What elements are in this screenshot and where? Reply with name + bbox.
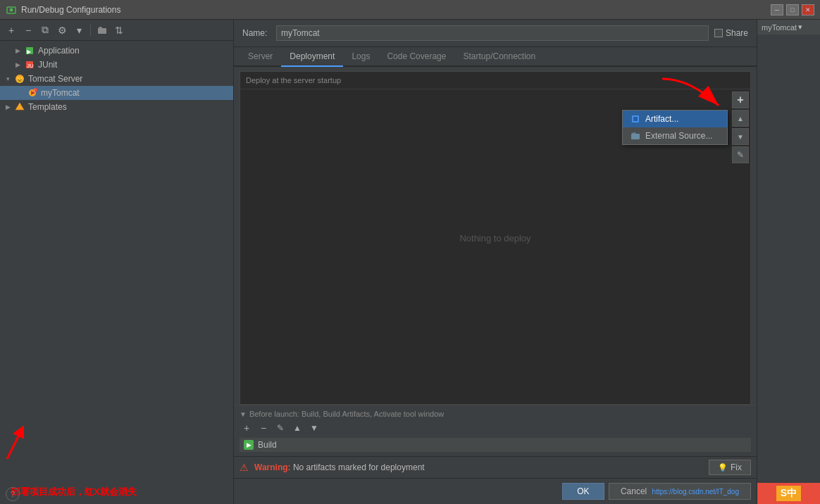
warning-label: Warning:: [254, 462, 291, 472]
tree-item-tomcat-server[interactable]: ▾ 🐱 Tomcat Server: [0, 72, 233, 86]
remove-config-button[interactable]: −: [21, 23, 35, 37]
tree-label-application: Application: [38, 46, 80, 56]
tree-item-junit[interactable]: ▶ JU JUnit: [0, 58, 233, 72]
fix-label: Fix: [731, 462, 742, 472]
fix-icon: 💡: [718, 463, 728, 472]
svg-text:▶: ▶: [27, 49, 32, 55]
external-source-label: External Source...: [645, 131, 712, 141]
sidebar-dropdown[interactable]: myTomcat ▾: [757, 20, 820, 34]
close-button[interactable]: ✕: [802, 4, 814, 15]
before-edit-button[interactable]: ✎: [273, 421, 287, 435]
svg-text:JU: JU: [27, 63, 34, 69]
folder-icon: [630, 130, 641, 141]
svg-rect-18: [633, 117, 638, 121]
config-tree: ▶ ▶ Application ▶ JU: [0, 41, 233, 466]
add-deploy-button[interactable]: +: [732, 92, 749, 108]
window-icon: [6, 4, 17, 15]
tree-label-templates: Templates: [28, 102, 67, 112]
svg-text:🐱: 🐱: [16, 76, 23, 83]
tab-logs[interactable]: Logs: [343, 47, 378, 67]
tab-deployment[interactable]: Deployment: [281, 47, 343, 67]
collapse-arrow-icon[interactable]: ▼: [240, 410, 247, 418]
build-label: Build: [258, 440, 277, 450]
dropdown-menu: Artifact... External Source...: [622, 110, 728, 145]
before-moveup-button[interactable]: ▲: [290, 421, 304, 435]
share-checkbox[interactable]: [714, 29, 723, 37]
name-input[interactable]: [276, 25, 709, 41]
help-button[interactable]: ?: [6, 487, 20, 501]
warning-text: Warning: No artifacts marked for deploym…: [254, 462, 703, 472]
svg-marker-2: [10, 8, 13, 11]
junit-icon: JU: [24, 59, 35, 70]
warning-message: No artifacts marked for deployment: [293, 462, 425, 472]
settings-config-button[interactable]: ⚙: [55, 23, 69, 37]
deployment-header: Deploy at the server startup: [240, 72, 750, 89]
window-title: Run/Debug Configurations: [21, 5, 120, 15]
nothing-to-deploy-label: Nothing to deploy: [459, 233, 530, 244]
application-icon: ▶: [24, 45, 35, 56]
tomcat-server-icon: 🐱: [14, 73, 25, 84]
name-label: Name:: [242, 28, 271, 38]
toggle-junit[interactable]: ▶: [13, 60, 23, 70]
svg-rect-19: [631, 134, 640, 139]
tree-item-application[interactable]: ▶ ▶ Application: [0, 44, 233, 58]
csdn-badge: S中: [757, 483, 820, 504]
before-add-button[interactable]: +: [240, 421, 254, 435]
tab-coverage[interactable]: Code Coverage: [378, 47, 454, 67]
left-toolbar: + − ⧉ ⚙ ▾ ⇅: [0, 20, 233, 41]
deploy-side-toolbar: + ▲ ▼ ✎: [732, 92, 749, 163]
tab-startup[interactable]: Startup/Connection: [454, 47, 544, 67]
tree-item-mytomcat[interactable]: ! myTomcat: [0, 86, 233, 100]
sidebar-content: [757, 34, 820, 483]
toggle-application[interactable]: ▶: [13, 46, 23, 56]
before-launch-section: ▼ Before launch: Build, Build Artifacts,…: [234, 405, 757, 456]
tree-label-tomcat-server: Tomcat Server: [28, 74, 82, 84]
left-panel: + − ⧉ ⚙ ▾ ⇅ ▶ ▶: [0, 20, 234, 504]
mytomcat-run-icon: !: [27, 87, 38, 99]
right-sidebar: myTomcat ▾ S中: [757, 20, 820, 504]
tree-label-junit: JUnit: [38, 60, 57, 70]
build-icon: ▶: [244, 440, 254, 450]
before-launch-text: Before launch: Build, Build Artifacts, A…: [249, 410, 444, 418]
svg-marker-14: [15, 103, 24, 110]
folder-button[interactable]: [95, 23, 109, 37]
share-area: Share: [714, 28, 748, 38]
right-panel: Name: Share Server Deployment Logs Code …: [234, 20, 757, 504]
artifact-icon: [630, 113, 641, 125]
svg-line-15: [7, 431, 21, 459]
move-up-button[interactable]: ▲: [732, 110, 749, 127]
maximize-button[interactable]: □: [786, 4, 799, 15]
name-row: Name: Share: [234, 20, 757, 47]
edit-deploy-button[interactable]: ✎: [732, 146, 749, 163]
tree-item-templates[interactable]: ▶ Templates: [0, 100, 233, 114]
copy-config-button[interactable]: ⧉: [38, 23, 52, 37]
deployment-area: Deploy at the server startup + ▲ ▼ ✎ Not…: [240, 71, 751, 405]
add-config-button[interactable]: +: [4, 23, 18, 37]
sidebar-chevron-icon: ▾: [798, 23, 802, 32]
sidebar-mytomcat-label: myTomcat: [762, 23, 797, 32]
dropdown-external-source[interactable]: External Source...: [623, 127, 727, 144]
before-movedown-button[interactable]: ▼: [307, 421, 321, 435]
tabs-row: Server Deployment Logs Code Coverage Sta…: [234, 47, 757, 67]
sort-button[interactable]: ⇅: [112, 23, 126, 37]
before-launch-header: ▼ Before launch: Build, Build Artifacts,…: [240, 410, 751, 418]
fix-button[interactable]: 💡 Fix: [709, 460, 751, 475]
toolbar-separator: [90, 25, 91, 36]
toggle-templates[interactable]: ▶: [3, 102, 13, 112]
tab-server[interactable]: Server: [240, 47, 281, 67]
move-down-button[interactable]: ▼: [732, 128, 749, 145]
minimize-button[interactable]: ─: [771, 4, 783, 15]
templates-icon: [14, 101, 25, 113]
footer-buttons: OK Cancel https://blog.csdn.net/IT_dog: [234, 478, 757, 504]
annotation-area: 部署项目成功后，红X就会消失: [0, 480, 233, 504]
tree-label-mytomcat: myTomcat: [41, 88, 80, 98]
settings-chevron-button[interactable]: ▾: [72, 23, 86, 37]
dropdown-artifact[interactable]: Artifact...: [623, 111, 727, 127]
svg-rect-3: [98, 28, 106, 34]
ok-button[interactable]: OK: [562, 483, 604, 500]
before-remove-button[interactable]: −: [256, 421, 271, 435]
toggle-tomcat[interactable]: ▾: [3, 74, 13, 84]
cancel-button[interactable]: Cancel https://blog.csdn.net/IT_dog: [609, 483, 751, 500]
annotation-text: 部署项目成功后，红X就会消失: [11, 486, 137, 497]
build-item: ▶ Build: [240, 438, 751, 452]
